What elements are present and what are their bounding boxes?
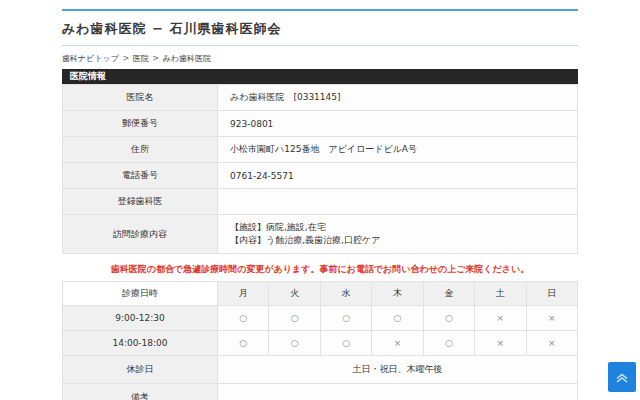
day-header-sun: 日 xyxy=(526,282,577,306)
breadcrumb-link-navi-top[interactable]: 歯科ナビトップ xyxy=(62,54,119,63)
afternoon-mark-sun: × xyxy=(526,331,577,356)
schedule-table: 診療日時 月 火 水 木 金 土 日 9:00-12:30 ○ ○ ○ ○ ○ … xyxy=(62,281,578,400)
morning-mark-wed: ○ xyxy=(320,306,371,331)
main-content: みわ歯科医院 − 石川県歯科医師会 歯科ナビトップ > 医院 > みわ歯科医院 … xyxy=(62,0,578,400)
afternoon-mark-thu: × xyxy=(372,331,423,356)
registered-dentist-value xyxy=(218,189,578,215)
afternoon-mark-wed: ○ xyxy=(320,331,371,356)
address-label: 住所 xyxy=(63,137,218,163)
schedule-header-label: 診療日時 xyxy=(63,282,218,306)
morning-mark-sat: × xyxy=(475,306,526,331)
closed-days-label: 休診日 xyxy=(63,356,218,384)
schedule-row-closed-days: 休診日 土日・祝日、木曜午後 xyxy=(63,356,578,384)
page-title: みわ歯科医院 − 石川県歯科医師会 xyxy=(62,20,578,38)
visit-care-label: 訪問診療内容 xyxy=(63,215,218,254)
day-header-thu: 木 xyxy=(372,282,423,306)
day-header-fri: 金 xyxy=(423,282,474,306)
chevron-double-up-icon xyxy=(614,369,630,385)
table-row: 登録歯科医 xyxy=(63,189,578,215)
afternoon-mark-sat: × xyxy=(475,331,526,356)
table-row: 訪問診療内容 【施設】病院,施設,在宅 【内容】う蝕治療,義歯治療,口腔ケア xyxy=(63,215,578,254)
breadcrumb-current-page: みわ歯科医院 xyxy=(163,54,211,63)
schedule-header-row: 診療日時 月 火 水 木 金 土 日 xyxy=(63,282,578,306)
phone-label: 電話番号 xyxy=(63,163,218,189)
address-value: 小松市園町ハ125番地 アビイロードビルA号 xyxy=(218,137,578,163)
afternoon-mark-mon: ○ xyxy=(218,331,269,356)
clinic-name-label: 医院名 xyxy=(63,85,218,111)
scroll-to-top-button[interactable] xyxy=(608,362,636,392)
title-divider xyxy=(62,45,578,46)
table-row: 住所 小松市園町ハ125番地 アビイロードビルA号 xyxy=(63,137,578,163)
breadcrumb-separator: > xyxy=(121,54,130,63)
day-header-tue: 火 xyxy=(269,282,320,306)
section-header-clinic-info: 医院情報 xyxy=(62,69,578,84)
schedule-change-notice: 歯科医院の都合で急遽診療時間の変更があります。事前にお電話でお問い合わせの上ご来… xyxy=(62,263,578,276)
table-row: 電話番号 0761-24-5571 xyxy=(63,163,578,189)
remarks-label: 備考 xyxy=(63,384,218,400)
afternoon-mark-tue: ○ xyxy=(269,331,320,356)
morning-mark-tue: ○ xyxy=(269,306,320,331)
table-row: 郵便番号 923-0801 xyxy=(63,111,578,137)
morning-mark-mon: ○ xyxy=(218,306,269,331)
clinic-info-table: 医院名 みわ歯科医院 [0331145] 郵便番号 923-0801 住所 小松… xyxy=(62,84,578,254)
afternoon-hours-label: 14:00-18:00 xyxy=(63,331,218,356)
morning-mark-fri: ○ xyxy=(423,306,474,331)
visit-care-content-line: 【内容】う蝕治療,義歯治療,口腔ケア xyxy=(230,234,565,247)
day-header-sat: 土 xyxy=(475,282,526,306)
morning-mark-thu: ○ xyxy=(372,306,423,331)
breadcrumb-link-clinics[interactable]: 医院 xyxy=(133,54,149,63)
clinic-name-value: みわ歯科医院 [0331145] xyxy=(218,85,578,111)
visit-care-value: 【施設】病院,施設,在宅 【内容】う蝕治療,義歯治療,口腔ケア xyxy=(218,215,578,254)
postal-code-label: 郵便番号 xyxy=(63,111,218,137)
afternoon-mark-fri: ○ xyxy=(423,331,474,356)
morning-mark-sun: × xyxy=(526,306,577,331)
visit-care-facility-line: 【施設】病院,施設,在宅 xyxy=(230,221,565,234)
remarks-value xyxy=(218,384,578,400)
table-row: 医院名 みわ歯科医院 [0331145] xyxy=(63,85,578,111)
day-header-mon: 月 xyxy=(218,282,269,306)
postal-code-value: 923-0801 xyxy=(218,111,578,137)
registered-dentist-label: 登録歯科医 xyxy=(63,189,218,215)
breadcrumb-separator: > xyxy=(151,54,160,63)
breadcrumb: 歯科ナビトップ > 医院 > みわ歯科医院 xyxy=(62,53,578,64)
schedule-row-remarks: 備考 xyxy=(63,384,578,400)
day-header-wed: 水 xyxy=(320,282,371,306)
schedule-row-afternoon: 14:00-18:00 ○ ○ ○ × ○ × × xyxy=(63,331,578,356)
morning-hours-label: 9:00-12:30 xyxy=(63,306,218,331)
closed-days-value: 土日・祝日、木曜午後 xyxy=(218,356,578,384)
schedule-row-morning: 9:00-12:30 ○ ○ ○ ○ ○ × × xyxy=(63,306,578,331)
phone-value: 0761-24-5571 xyxy=(218,163,578,189)
top-accent-line xyxy=(62,9,578,11)
